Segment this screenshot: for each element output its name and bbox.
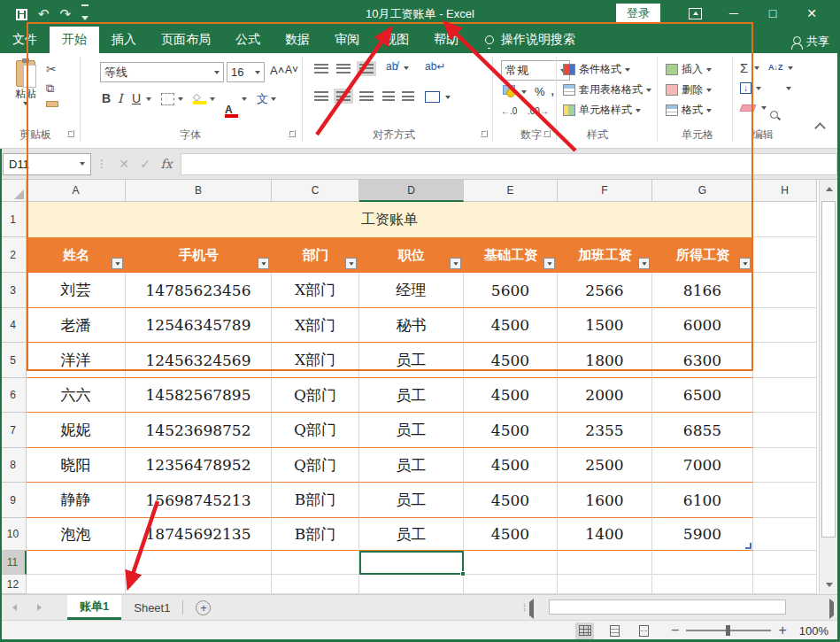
zoom-slider-thumb[interactable] (726, 625, 730, 636)
cell[interactable] (753, 308, 817, 343)
cell[interactable]: 5900 (652, 518, 753, 551)
normal-view-button[interactable] (575, 623, 594, 639)
cell[interactable]: 员工 (359, 413, 464, 448)
cell[interactable]: Q部门 (272, 378, 359, 413)
cell[interactable] (464, 551, 558, 575)
table-header-cell[interactable]: 基础工资 (464, 237, 558, 273)
close-button[interactable]: ✕ (792, 0, 831, 27)
format-cells-button[interactable]: 格式 (666, 103, 712, 118)
align-center-button[interactable] (336, 91, 351, 101)
ribbon-tab-2[interactable]: 页面布局 (149, 27, 223, 53)
font-size-combo[interactable]: 16 (227, 62, 265, 82)
align-right-button[interactable] (359, 91, 374, 101)
selected-cell-D11[interactable] (359, 551, 464, 575)
login-button[interactable]: 登录 (616, 4, 660, 23)
row-header-9[interactable]: 9 (0, 483, 27, 518)
row-header-11[interactable]: 11 (0, 551, 27, 575)
cell[interactable]: 6000 (652, 308, 753, 343)
format-painter-button[interactable] (46, 101, 58, 107)
table-header-cell[interactable]: 加班工资 (558, 237, 652, 273)
cell[interactable]: Q部门 (272, 413, 359, 448)
cell[interactable]: 4500 (464, 308, 558, 343)
cell[interactable]: 秘书 (359, 308, 464, 343)
cell[interactable]: 2000 (558, 378, 652, 413)
ribbon-tab-3[interactable]: 公式 (223, 27, 273, 53)
column-header-H[interactable]: H (753, 180, 817, 202)
increase-decimal-button[interactable]: ←.0 (501, 106, 517, 116)
align-middle-button[interactable] (336, 64, 351, 73)
filter-dropdown-icon[interactable] (638, 258, 650, 269)
merged-title-cell[interactable]: 工资账单 (27, 202, 753, 237)
row-header-2[interactable]: 2 (0, 237, 27, 273)
scroll-up-button[interactable] (821, 181, 837, 197)
row-header-5[interactable]: 5 (0, 343, 27, 378)
cut-button[interactable]: ✂ (46, 62, 57, 76)
row-header-12[interactable]: 12 (0, 575, 27, 594)
cell[interactable]: 4500 (464, 448, 558, 483)
font-dialog-launcher[interactable] (289, 130, 296, 137)
tab-file[interactable]: 文件 (0, 27, 50, 53)
cell[interactable]: 泡泡 (27, 518, 126, 551)
number-format-combo[interactable]: 常规 (501, 60, 570, 81)
cell[interactable] (27, 575, 126, 594)
scroll-right-button[interactable] (829, 602, 834, 615)
new-sheet-button[interactable]: + (196, 600, 211, 615)
table-header-cell[interactable]: 部门 (272, 237, 359, 273)
row-header-6[interactable]: 6 (0, 378, 27, 413)
borders-dropdown[interactable] (178, 97, 183, 101)
cell[interactable] (464, 575, 558, 594)
cell[interactable]: 8166 (652, 273, 753, 308)
vertical-scrollbar[interactable] (819, 180, 837, 594)
ribbon-tab-5[interactable]: 审阅 (322, 27, 372, 53)
copy-button[interactable]: ⧉ (46, 81, 54, 96)
cell[interactable] (753, 273, 817, 308)
cell[interactable]: 晓阳 (27, 448, 126, 483)
cell[interactable]: 14523698752 (126, 413, 272, 448)
table-header-cell[interactable]: 姓名 (27, 237, 126, 273)
format-as-table-button[interactable]: 套用表格格式 (563, 82, 651, 97)
cell[interactable]: 4500 (464, 343, 558, 378)
filter-dropdown-icon[interactable] (450, 258, 461, 269)
sheet-nav-left-icon[interactable] (2, 595, 27, 620)
filter-dropdown-icon[interactable] (112, 258, 123, 269)
ribbon-tab-1[interactable]: 插入 (99, 27, 149, 53)
zoom-slider[interactable] (686, 630, 771, 631)
merge-dropdown[interactable] (445, 96, 451, 99)
cell[interactable] (126, 575, 272, 594)
column-header-E[interactable]: E (464, 180, 558, 202)
shrink-font-button[interactable]: A˅ (285, 64, 298, 76)
align-left-button[interactable] (314, 91, 328, 101)
filter-dropdown-icon[interactable] (739, 258, 751, 269)
comma-style-button[interactable]: , (551, 82, 554, 98)
italic-button[interactable]: I (118, 91, 123, 105)
delete-cells-button[interactable]: 删除 (666, 82, 712, 97)
cell[interactable] (27, 551, 126, 575)
formula-input[interactable] (181, 153, 837, 175)
share-button[interactable]: 共享 (791, 34, 829, 50)
scroll-left-button[interactable] (529, 602, 534, 615)
percent-style-button[interactable]: % (535, 85, 545, 98)
conditional-formatting-button[interactable]: 条件格式 (563, 62, 630, 77)
fill-color-button[interactable]: ◇ (193, 90, 207, 104)
cell[interactable]: 12546345789 (126, 308, 272, 343)
insert-cells-button[interactable]: 插入 (666, 62, 712, 77)
underline-button[interactable]: U (132, 91, 141, 105)
phonetic-dropdown[interactable] (271, 97, 276, 101)
select-all-corner[interactable] (0, 180, 27, 202)
grow-font-button[interactable]: A˄ (270, 64, 284, 77)
minimize-button[interactable]: ─ (714, 0, 753, 27)
insert-function-icon[interactable]: fx (156, 157, 177, 171)
cell[interactable]: 12356478952 (126, 448, 272, 483)
cell[interactable]: 15698745213 (126, 483, 272, 518)
cell[interactable]: 六六 (27, 378, 126, 413)
accounting-dropdown[interactable] (521, 90, 527, 94)
cell[interactable] (753, 378, 817, 413)
cell[interactable] (652, 575, 753, 594)
paste-button[interactable]: 粘贴 (11, 60, 41, 112)
maximize-button[interactable]: □ (753, 0, 792, 27)
cell[interactable]: 刘芸 (27, 273, 126, 308)
cell[interactable]: 2500 (558, 448, 652, 483)
table-header-cell[interactable]: 手机号 (126, 237, 272, 273)
cell[interactable]: B部门 (272, 483, 359, 518)
cell[interactable]: 4500 (464, 483, 558, 518)
